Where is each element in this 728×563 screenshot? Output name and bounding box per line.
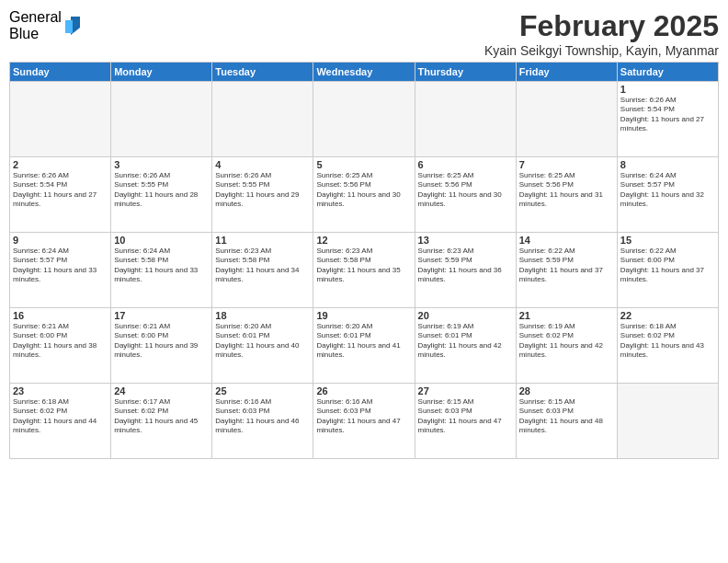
day-num-2-5: 14 xyxy=(519,235,614,246)
cell-text-2-4: Sunrise: 6:23 AM Sunset: 5:59 PM Dayligh… xyxy=(418,247,513,285)
cell-text-4-3: Sunrise: 6:16 AM Sunset: 6:03 PM Dayligh… xyxy=(316,397,411,436)
cell-3-1: 17Sunrise: 6:21 AM Sunset: 6:00 PM Dayli… xyxy=(111,308,212,384)
day-num-1-5: 7 xyxy=(519,159,614,170)
day-num-0-6: 1 xyxy=(620,84,715,95)
header-saturday: Saturday xyxy=(617,63,718,82)
cell-text-0-6: Sunrise: 6:26 AM Sunset: 5:54 PM Dayligh… xyxy=(620,96,715,134)
cell-4-6 xyxy=(617,384,718,459)
header-friday: Friday xyxy=(516,63,617,82)
cell-0-2 xyxy=(212,82,313,157)
cell-text-1-1: Sunrise: 6:26 AM Sunset: 5:55 PM Dayligh… xyxy=(114,171,209,210)
logo-blue: Blue xyxy=(9,26,62,42)
cell-1-6: 8Sunrise: 6:24 AM Sunset: 5:57 PM Daylig… xyxy=(617,157,718,233)
cell-text-4-0: Sunrise: 6:18 AM Sunset: 6:02 PM Dayligh… xyxy=(13,397,108,436)
header-thursday: Thursday xyxy=(415,63,516,82)
cell-text-1-6: Sunrise: 6:24 AM Sunset: 5:57 PM Dayligh… xyxy=(620,171,715,210)
day-num-4-5: 28 xyxy=(519,385,614,396)
cell-1-0: 2Sunrise: 6:26 AM Sunset: 5:54 PM Daylig… xyxy=(10,157,111,233)
cell-3-6: 22Sunrise: 6:18 AM Sunset: 6:02 PM Dayli… xyxy=(617,308,718,384)
cell-text-2-5: Sunrise: 6:22 AM Sunset: 5:59 PM Dayligh… xyxy=(519,247,614,285)
header-sunday: Sunday xyxy=(10,63,111,82)
cell-text-4-2: Sunrise: 6:16 AM Sunset: 6:03 PM Dayligh… xyxy=(215,397,310,436)
day-num-2-0: 9 xyxy=(13,235,108,246)
cell-2-6: 15Sunrise: 6:22 AM Sunset: 6:00 PM Dayli… xyxy=(617,233,718,308)
cell-text-1-4: Sunrise: 6:25 AM Sunset: 5:56 PM Dayligh… xyxy=(418,171,513,210)
cell-text-3-1: Sunrise: 6:21 AM Sunset: 6:00 PM Dayligh… xyxy=(114,322,209,361)
day-num-3-4: 20 xyxy=(418,310,513,321)
header: General Blue February 2025 Kyain Seikgyi… xyxy=(9,9,719,58)
cell-text-1-0: Sunrise: 6:26 AM Sunset: 5:54 PM Dayligh… xyxy=(13,171,108,210)
cell-text-1-3: Sunrise: 6:25 AM Sunset: 5:56 PM Dayligh… xyxy=(316,171,411,210)
cell-text-3-6: Sunrise: 6:18 AM Sunset: 6:02 PM Dayligh… xyxy=(620,322,715,361)
cell-text-3-3: Sunrise: 6:20 AM Sunset: 6:01 PM Dayligh… xyxy=(316,322,411,361)
cell-text-3-0: Sunrise: 6:21 AM Sunset: 6:00 PM Dayligh… xyxy=(13,322,108,361)
location-subtitle: Kyain Seikgyi Township, Kayin, Myanmar xyxy=(484,43,719,58)
day-num-3-6: 22 xyxy=(620,310,715,321)
logo-icon xyxy=(63,15,82,37)
day-num-4-1: 24 xyxy=(114,385,209,396)
cell-2-5: 14Sunrise: 6:22 AM Sunset: 5:59 PM Dayli… xyxy=(516,233,617,308)
cell-0-1 xyxy=(111,82,212,157)
day-num-1-4: 6 xyxy=(418,159,513,170)
header-wednesday: Wednesday xyxy=(313,63,415,82)
cell-1-5: 7Sunrise: 6:25 AM Sunset: 5:56 PM Daylig… xyxy=(516,157,617,233)
cell-4-0: 23Sunrise: 6:18 AM Sunset: 6:02 PM Dayli… xyxy=(10,384,111,459)
day-num-3-1: 17 xyxy=(114,310,209,321)
cell-text-4-5: Sunrise: 6:15 AM Sunset: 6:03 PM Dayligh… xyxy=(519,397,614,436)
cell-1-4: 6Sunrise: 6:25 AM Sunset: 5:56 PM Daylig… xyxy=(415,157,516,233)
day-num-4-3: 26 xyxy=(316,385,411,396)
week-row-3: 16Sunrise: 6:21 AM Sunset: 6:00 PM Dayli… xyxy=(10,308,719,384)
day-num-2-2: 11 xyxy=(215,235,310,246)
cell-text-3-5: Sunrise: 6:19 AM Sunset: 6:02 PM Dayligh… xyxy=(519,322,614,361)
week-row-0: 1Sunrise: 6:26 AM Sunset: 5:54 PM Daylig… xyxy=(10,82,719,157)
cell-3-2: 18Sunrise: 6:20 AM Sunset: 6:01 PM Dayli… xyxy=(212,308,313,384)
header-tuesday: Tuesday xyxy=(212,63,313,82)
cell-2-4: 13Sunrise: 6:23 AM Sunset: 5:59 PM Dayli… xyxy=(415,233,516,308)
cell-text-4-1: Sunrise: 6:17 AM Sunset: 6:02 PM Dayligh… xyxy=(114,397,209,436)
cell-4-3: 26Sunrise: 6:16 AM Sunset: 6:03 PM Dayli… xyxy=(313,384,415,459)
cell-1-3: 5Sunrise: 6:25 AM Sunset: 5:56 PM Daylig… xyxy=(313,157,415,233)
cell-2-1: 10Sunrise: 6:24 AM Sunset: 5:58 PM Dayli… xyxy=(111,233,212,308)
day-num-2-3: 12 xyxy=(316,235,411,246)
cell-2-0: 9Sunrise: 6:24 AM Sunset: 5:57 PM Daylig… xyxy=(10,233,111,308)
logo: General Blue xyxy=(9,9,82,41)
week-row-2: 9Sunrise: 6:24 AM Sunset: 5:57 PM Daylig… xyxy=(10,233,719,308)
day-num-2-1: 10 xyxy=(114,235,209,246)
day-num-1-3: 5 xyxy=(316,159,411,170)
cell-0-5 xyxy=(516,82,617,157)
cell-1-2: 4Sunrise: 6:26 AM Sunset: 5:55 PM Daylig… xyxy=(212,157,313,233)
svg-marker-1 xyxy=(65,20,73,33)
cell-text-2-6: Sunrise: 6:22 AM Sunset: 6:00 PM Dayligh… xyxy=(620,247,715,285)
cell-3-0: 16Sunrise: 6:21 AM Sunset: 6:00 PM Dayli… xyxy=(10,308,111,384)
logo-general: General xyxy=(9,9,62,26)
cell-0-4 xyxy=(415,82,516,157)
title-block: February 2025 Kyain Seikgyi Township, Ka… xyxy=(484,9,719,58)
cell-1-1: 3Sunrise: 6:26 AM Sunset: 5:55 PM Daylig… xyxy=(111,157,212,233)
calendar-table: Sunday Monday Tuesday Wednesday Thursday… xyxy=(9,62,719,459)
day-num-4-2: 25 xyxy=(215,385,310,396)
week-row-1: 2Sunrise: 6:26 AM Sunset: 5:54 PM Daylig… xyxy=(10,157,719,233)
day-num-4-0: 23 xyxy=(13,385,108,396)
cell-text-2-2: Sunrise: 6:23 AM Sunset: 5:58 PM Dayligh… xyxy=(215,247,310,285)
cell-0-6: 1Sunrise: 6:26 AM Sunset: 5:54 PM Daylig… xyxy=(617,82,718,157)
cell-4-5: 28Sunrise: 6:15 AM Sunset: 6:03 PM Dayli… xyxy=(516,384,617,459)
logo-text: General Blue xyxy=(9,9,62,41)
cell-text-2-0: Sunrise: 6:24 AM Sunset: 5:57 PM Dayligh… xyxy=(13,247,108,285)
day-num-3-5: 21 xyxy=(519,310,614,321)
day-num-3-3: 19 xyxy=(316,310,411,321)
day-num-1-1: 3 xyxy=(114,159,209,170)
day-num-1-0: 2 xyxy=(13,159,108,170)
day-num-2-4: 13 xyxy=(418,235,513,246)
month-year-title: February 2025 xyxy=(484,9,719,43)
cell-text-4-4: Sunrise: 6:15 AM Sunset: 6:03 PM Dayligh… xyxy=(418,397,513,436)
day-num-3-0: 16 xyxy=(13,310,108,321)
calendar-header-row: Sunday Monday Tuesday Wednesday Thursday… xyxy=(10,63,719,82)
day-num-1-6: 8 xyxy=(620,159,715,170)
cell-text-1-2: Sunrise: 6:26 AM Sunset: 5:55 PM Dayligh… xyxy=(215,171,310,210)
cell-text-3-2: Sunrise: 6:20 AM Sunset: 6:01 PM Dayligh… xyxy=(215,322,310,361)
cell-text-3-4: Sunrise: 6:19 AM Sunset: 6:01 PM Dayligh… xyxy=(418,322,513,361)
cell-2-2: 11Sunrise: 6:23 AM Sunset: 5:58 PM Dayli… xyxy=(212,233,313,308)
header-monday: Monday xyxy=(111,63,212,82)
cell-0-0 xyxy=(10,82,111,157)
cell-3-4: 20Sunrise: 6:19 AM Sunset: 6:01 PM Dayli… xyxy=(415,308,516,384)
